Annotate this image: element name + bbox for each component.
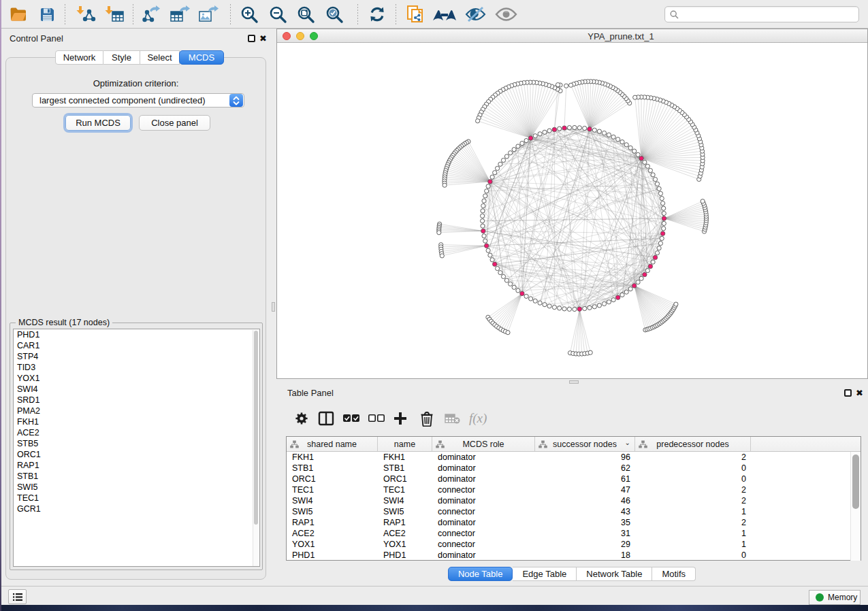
- mcds-result-item[interactable]: PHD1: [14, 329, 259, 340]
- select-stepper-icon: [229, 94, 243, 107]
- mcds-result-item[interactable]: TID3: [14, 362, 259, 373]
- select-all-icon[interactable]: [342, 403, 360, 433]
- deselect-all-icon[interactable]: [368, 403, 385, 433]
- run-mcds-button[interactable]: Run MCDS: [65, 115, 131, 131]
- export-table-icon[interactable]: [169, 0, 191, 29]
- tab-network[interactable]: Network: [55, 50, 103, 65]
- network-view-frame: YPA_prune.txt_1: [276, 29, 868, 379]
- close-panel-icon[interactable]: ✖: [259, 33, 267, 44]
- table-panel: Table Panel ✖: [276, 385, 868, 586]
- control-panel: Control Panel ✖ Optimization criterion: …: [1, 29, 271, 586]
- node-table: shared namenameMCDS rolesuccessor nodes⌄…: [286, 436, 861, 561]
- import-network-icon[interactable]: [76, 0, 96, 29]
- show-all-icon[interactable]: [494, 0, 517, 29]
- network-canvas[interactable]: [277, 43, 867, 378]
- vertical-splitter-grip[interactable]: [272, 302, 275, 312]
- table-row[interactable]: ACE2ACE2connector311: [287, 528, 846, 539]
- mcds-result-item[interactable]: ACE2: [14, 427, 259, 438]
- memory-button[interactable]: Memory: [809, 590, 861, 605]
- column-header-successor-nodes[interactable]: successor nodes⌄: [535, 437, 635, 451]
- cell-name: STB1: [383, 463, 432, 474]
- mcds-result-item[interactable]: STP4: [14, 351, 259, 362]
- mcds-result-item[interactable]: SWI4: [14, 384, 259, 395]
- tab-edge-table[interactable]: Edge Table: [513, 567, 577, 581]
- tab-select[interactable]: Select: [140, 50, 180, 65]
- cell-successor_nodes: 96: [535, 452, 630, 463]
- mcds-result-item[interactable]: SRD1: [14, 395, 259, 406]
- zoom-in-icon[interactable]: [240, 0, 259, 29]
- mcds-result-list[interactable]: PHD1CAR1STP4TID3YOX1SWI4SRD1PMA2FKH1ACE2…: [13, 329, 260, 567]
- table-scrollbar[interactable]: [850, 452, 861, 561]
- float-table-panel-icon[interactable]: [844, 389, 852, 397]
- toolbar-separator: [65, 4, 65, 24]
- mcds-result-item[interactable]: CAR1: [14, 340, 259, 351]
- cell-successor_nodes: 29: [535, 539, 630, 550]
- table-row[interactable]: ORC1ORC1dominator610: [287, 474, 846, 484]
- export-network-icon[interactable]: [142, 0, 161, 29]
- mcds-result-item[interactable]: FKH1: [14, 416, 259, 427]
- network-search-icon[interactable]: [432, 0, 457, 29]
- zoom-selected-icon[interactable]: [325, 0, 344, 29]
- mcds-result-title: MCDS result (17 nodes): [16, 318, 112, 327]
- table-row[interactable]: STB1STB1dominator620: [287, 463, 846, 474]
- table-row[interactable]: PHD1PHD1dominator180: [287, 550, 846, 561]
- table-row[interactable]: YOX1YOX1connector291: [287, 539, 846, 550]
- column-header-MCDS-role[interactable]: MCDS role: [432, 437, 535, 451]
- open-folder-icon[interactable]: [9, 0, 28, 29]
- delete-column-icon[interactable]: [420, 403, 434, 433]
- cell-mcds_role: dominator: [438, 452, 535, 463]
- mcds-result-item[interactable]: PMA2: [14, 406, 259, 416]
- search-field[interactable]: [664, 6, 859, 22]
- add-column-icon[interactable]: [393, 403, 408, 433]
- mcds-result-item[interactable]: YOX1: [14, 373, 259, 384]
- horizontal-splitter[interactable]: [276, 379, 868, 385]
- search-input[interactable]: [682, 10, 858, 19]
- tab-mcds[interactable]: MCDS: [179, 50, 224, 65]
- horizontal-splitter-grip[interactable]: [569, 380, 579, 384]
- delete-table-icon[interactable]: [445, 403, 460, 433]
- zoom-fit-icon[interactable]: [296, 0, 315, 29]
- mcds-result-item[interactable]: STB5: [14, 438, 259, 449]
- mcds-result-item[interactable]: STB1: [14, 471, 259, 482]
- tab-network-table[interactable]: Network Table: [577, 567, 652, 581]
- export-image-icon[interactable]: [197, 0, 219, 29]
- table-row[interactable]: RAP1RAP1dominator352: [287, 517, 846, 528]
- mcds-result-item[interactable]: TEC1: [14, 493, 259, 503]
- close-table-panel-icon[interactable]: ✖: [856, 387, 863, 399]
- refresh-icon[interactable]: [367, 0, 387, 29]
- tab-style[interactable]: Style: [103, 50, 140, 65]
- cell-predecessor_nodes: 1: [635, 506, 746, 517]
- table-scrollbar-thumb[interactable]: [852, 455, 859, 509]
- mcds-list-scrollbar[interactable]: [253, 330, 259, 567]
- tab-node-table[interactable]: Node Table: [448, 567, 513, 581]
- zoom-out-icon[interactable]: [268, 0, 287, 29]
- duplicate-network-icon[interactable]: [405, 0, 425, 29]
- table-row[interactable]: SWI4SWI4dominator462: [287, 495, 846, 506]
- mcds-result-item[interactable]: RAP1: [14, 460, 259, 471]
- mcds-scrollbar-thumb[interactable]: [254, 331, 258, 525]
- mcds-result-item[interactable]: GCR1: [14, 503, 259, 514]
- vertical-splitter[interactable]: [271, 29, 276, 586]
- network-view-titlebar[interactable]: YPA_prune.txt_1: [277, 29, 867, 43]
- table-row[interactable]: TEC1TEC1connector472: [287, 484, 846, 495]
- close-panel-button[interactable]: Close panel: [139, 115, 210, 131]
- save-icon[interactable]: [39, 0, 56, 29]
- task-history-button[interactable]: [8, 589, 27, 604]
- cell-shared_name: SWI5: [292, 506, 378, 517]
- toolbar-separator: [357, 4, 358, 24]
- column-header-shared-name[interactable]: shared name: [287, 437, 378, 451]
- criterion-select[interactable]: largest connected component (undirected): [32, 93, 244, 108]
- column-header-predecessor-nodes[interactable]: predecessor nodes: [635, 437, 751, 451]
- hide-selected-icon[interactable]: [464, 0, 487, 29]
- table-settings-icon[interactable]: [294, 403, 309, 433]
- table-row[interactable]: FKH1FKH1dominator962: [287, 452, 846, 463]
- table-row[interactable]: SWI5SWI5connector431: [287, 506, 846, 517]
- column-header-name[interactable]: name: [378, 437, 432, 451]
- column-manager-icon[interactable]: [318, 403, 334, 433]
- tab-motifs[interactable]: Motifs: [652, 567, 696, 581]
- float-panel-icon[interactable]: [248, 35, 255, 42]
- cell-mcds_role: dominator: [438, 495, 535, 506]
- mcds-result-item[interactable]: SWI5: [14, 482, 259, 493]
- import-table-icon[interactable]: [104, 0, 125, 29]
- mcds-result-item[interactable]: ORC1: [14, 449, 259, 460]
